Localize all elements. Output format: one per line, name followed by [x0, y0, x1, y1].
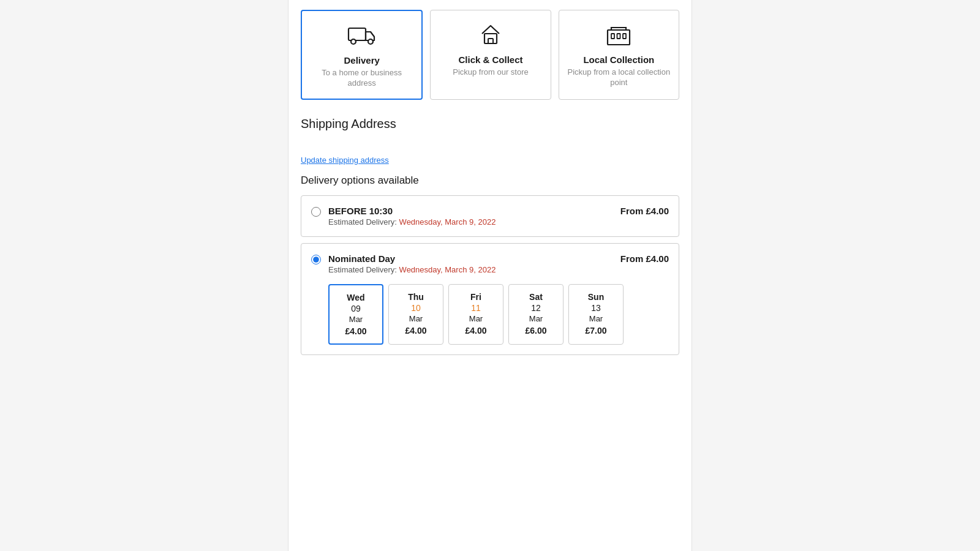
radio-before-1030[interactable] — [311, 207, 321, 217]
option-row-top: BEFORE 10:30 Estimated Delivery: Wednesd… — [328, 206, 669, 227]
date-month-sun: Mar — [589, 314, 603, 323]
date-day-num-wed: 09 — [351, 304, 361, 313]
option-estimate-before-1030: Estimated Delivery: Wednesday, March 9, … — [328, 217, 620, 227]
local-collection-title: Local Collection — [583, 54, 654, 65]
date-day-name-thu: Thu — [408, 292, 424, 302]
option-estimate-nominated: Estimated Delivery: Wednesday, March 9, … — [328, 265, 620, 274]
date-price-wed: £4.00 — [345, 326, 366, 336]
date-day-name-fri: Fri — [470, 292, 481, 302]
delivery-option-before-1030[interactable]: BEFORE 10:30 Estimated Delivery: Wednesd… — [301, 195, 679, 237]
option-price-before-1030: From £4.00 — [620, 206, 669, 216]
option-details-before-1030: BEFORE 10:30 Estimated Delivery: Wednesd… — [328, 206, 669, 227]
svg-rect-0 — [349, 28, 366, 40]
date-month-wed: Mar — [349, 315, 363, 324]
delivery-options-title: Delivery options available — [301, 174, 679, 187]
local-collection-subtitle: Pickup from a local collection point — [567, 67, 671, 88]
option-row-top-nominated: Nominated Day Estimated Delivery: Wednes… — [328, 253, 669, 274]
date-day-name-wed: Wed — [347, 293, 364, 302]
option-price-nominated: From £4.00 — [620, 253, 669, 264]
estimate-date-nominated: Wednesday, March 9, 2022 — [399, 265, 496, 274]
shipping-address-title: Shipping Address — [301, 117, 679, 131]
delivery-card-local-collection[interactable]: Local Collection Pickup from a local col… — [559, 10, 679, 100]
date-price-thu: £4.00 — [405, 326, 426, 335]
radio-nominated-day[interactable] — [311, 255, 321, 264]
date-day-num-thu: 10 — [411, 303, 421, 313]
delivery-card-title: Delivery — [344, 55, 379, 66]
svg-point-1 — [351, 39, 356, 44]
svg-rect-4 — [488, 39, 493, 43]
click-collect-subtitle: Pickup from our store — [453, 67, 529, 78]
date-picker-row: Wed 09 Mar £4.00 Thu 10 Mar £4.00 Fri 11 — [328, 284, 669, 345]
date-price-sun: £7.00 — [585, 326, 606, 335]
date-day-name-sun: Sun — [588, 292, 604, 302]
date-price-fri: £4.00 — [465, 326, 486, 335]
house-icon — [476, 23, 505, 47]
option-name-nominated: Nominated Day — [328, 253, 620, 264]
building-icon — [604, 23, 633, 47]
date-month-sat: Mar — [529, 314, 543, 323]
delivery-option-nominated-day[interactable]: Nominated Day Estimated Delivery: Wednes… — [301, 243, 679, 355]
delivery-card-click-collect[interactable]: Click & Collect Pickup from our store — [430, 10, 551, 100]
svg-rect-7 — [611, 34, 614, 39]
date-card-fri[interactable]: Fri 11 Mar £4.00 — [448, 284, 503, 345]
option-details-nominated-day: Nominated Day Estimated Delivery: Wednes… — [328, 253, 669, 345]
date-card-sat[interactable]: Sat 12 Mar £6.00 — [508, 284, 564, 345]
date-day-num-sun: 13 — [591, 303, 601, 313]
date-day-num-fri: 11 — [471, 303, 481, 313]
svg-rect-9 — [623, 34, 626, 39]
update-shipping-link[interactable]: Update shipping address — [301, 156, 679, 165]
date-month-thu: Mar — [409, 314, 423, 323]
estimate-date-before-1030: Wednesday, March 9, 2022 — [399, 217, 496, 227]
delivery-card-delivery[interactable]: Delivery To a home or business address — [301, 10, 423, 100]
radio-col-before-1030 — [311, 207, 321, 219]
date-day-num-sat: 12 — [531, 303, 541, 313]
click-collect-title: Click & Collect — [458, 54, 522, 65]
svg-point-2 — [368, 39, 373, 44]
page-wrapper: Delivery To a home or business address C… — [0, 0, 980, 551]
truck-icon — [347, 23, 377, 48]
date-card-sun[interactable]: Sun 13 Mar £7.00 — [568, 284, 624, 345]
date-month-fri: Mar — [469, 314, 483, 323]
date-price-sat: £6.00 — [525, 326, 546, 335]
date-card-thu[interactable]: Thu 10 Mar £4.00 — [388, 284, 443, 345]
date-day-name-sat: Sat — [529, 292, 543, 302]
svg-rect-8 — [617, 34, 620, 39]
content-area: Delivery To a home or business address C… — [288, 0, 692, 551]
delivery-type-cards: Delivery To a home or business address C… — [301, 10, 679, 100]
option-name-before-1030: BEFORE 10:30 — [328, 206, 620, 216]
delivery-card-subtitle: To a home or business address — [309, 68, 414, 89]
date-card-wed[interactable]: Wed 09 Mar £4.00 — [328, 284, 383, 345]
radio-col-nominated-day — [311, 255, 321, 267]
